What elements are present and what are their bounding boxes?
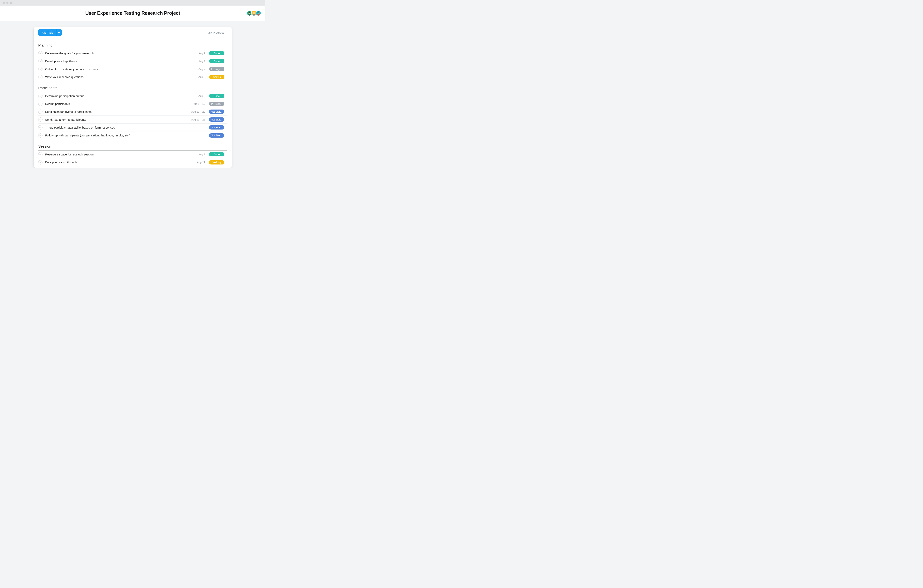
traffic-light-close[interactable] [3,2,5,4]
task-due-date[interactable]: Aug 2 [190,60,209,63]
task-row[interactable]: Follow-up with participants (compensatio… [38,131,227,139]
task-row[interactable]: Recruit participantsAug 5 – 19In Progr… [38,100,227,108]
checkmark-icon [39,95,41,97]
task-status-badge[interactable]: In Progr… [209,102,224,106]
task-status-badge[interactable]: Not Star… [209,117,224,122]
task-due-date[interactable]: Aug 7 [190,68,209,70]
task-status-badge[interactable]: Waiting [209,75,224,79]
task-row[interactable]: Outline the questions you hope to answer… [38,65,227,73]
section-title[interactable]: Participants [38,86,227,92]
section: ParticipantsDetermine participation crit… [34,81,232,139]
task-row[interactable]: Send Asana form to participantsAug 19 – … [38,116,227,124]
checkmark-icon [39,161,41,163]
task-row[interactable]: Send calendar invites to participantsAug… [38,108,227,116]
checkmark-icon [39,154,41,155]
task-title[interactable]: Follow-up with participants (compensatio… [45,134,190,137]
task-status-badge[interactable]: Done [209,51,224,55]
task-complete-checkbox[interactable] [38,160,43,164]
task-due-date[interactable]: Aug 19 – 23 [190,110,209,113]
section-title[interactable]: Session [38,144,227,151]
task-complete-checkbox[interactable] [38,59,43,63]
task-complete-checkbox[interactable] [38,51,43,55]
add-task-dropdown-button[interactable] [56,29,62,36]
task-row[interactable]: Reserve a space for research sessionAug … [38,151,227,158]
task-title[interactable]: Send Asana form to participants [45,118,190,121]
traffic-light-min[interactable] [7,2,8,4]
task-complete-checkbox[interactable] [38,117,43,122]
task-row[interactable]: Triage participant availability based on… [38,124,227,131]
task-title[interactable]: Reserve a space for research session [45,153,190,156]
task-list-card: Add Task Task Progress PlanningDetermine… [34,27,232,168]
task-title[interactable]: Triage participant availability based on… [45,126,190,129]
content-area: Add Task Task Progress PlanningDetermine… [0,21,265,168]
task-title[interactable]: Write your research questions [45,75,190,79]
task-complete-checkbox[interactable] [38,125,43,129]
task-row[interactable]: Develop your hypothesisAug 2Done [38,57,227,65]
checkmark-icon [39,127,41,128]
task-title[interactable]: Develop your hypothesis [45,60,190,63]
checkmark-icon [39,111,41,113]
checkmark-icon [39,52,41,54]
task-title[interactable]: Determine participation criteria [45,94,190,98]
add-task-button-group: Add Task [38,29,62,36]
checkmark-icon [39,103,41,105]
task-title[interactable]: Recruit participants [45,102,190,105]
task-complete-checkbox[interactable] [38,75,43,79]
task-due-date[interactable]: Aug 9 [190,75,209,79]
task-status-badge[interactable]: Not Star… [209,133,224,138]
chevron-down-icon [58,32,60,33]
task-title[interactable]: Outline the questions you hope to answer [45,67,190,71]
checkmark-icon [39,134,41,136]
task-due-date[interactable]: Aug 21 [190,161,209,164]
task-row[interactable]: Determine participation criteriaAug 5Don… [38,92,227,100]
task-due-date[interactable]: Aug 9 [190,153,209,156]
task-status-badge[interactable]: Not Star… [209,125,224,129]
task-complete-checkbox[interactable] [38,133,43,138]
section: SessionReserve a space for research sess… [34,139,232,166]
task-status-badge[interactable]: Waiting [209,160,224,164]
task-status-badge[interactable]: Done [209,94,224,98]
card-toolbar: Add Task Task Progress [34,27,232,38]
window-titlebar [0,0,265,6]
task-due-date[interactable]: Aug 2 [190,52,209,55]
traffic-light-max[interactable] [10,2,12,4]
task-row[interactable]: Write your research questionsAug 9Waitin… [38,73,227,81]
task-complete-checkbox[interactable] [38,94,43,98]
task-due-date[interactable]: Aug 5 [190,95,209,97]
checkmark-icon [39,119,41,121]
task-complete-checkbox[interactable] [38,67,43,71]
task-status-badge[interactable]: Done [209,59,224,63]
task-complete-checkbox[interactable] [38,110,43,114]
task-title[interactable]: Send calendar invites to participants [45,110,190,113]
task-title[interactable]: Determine the goals for your research [45,52,190,55]
section: PlanningDetermine the goals for your res… [34,38,232,81]
task-due-date[interactable]: Aug 19 – 23 [190,118,209,121]
task-status-badge[interactable]: Not Star… [209,110,224,114]
task-row[interactable]: Determine the goals for your researchAug… [38,49,227,57]
task-complete-checkbox[interactable] [38,152,43,156]
task-status-badge[interactable]: In Progr… [209,67,224,71]
avatar[interactable] [256,10,261,16]
members-avatar-stack[interactable] [247,10,261,16]
checkmark-icon [39,68,41,70]
checkmark-icon [39,76,41,78]
task-complete-checkbox[interactable] [38,102,43,106]
checkmark-icon [39,61,41,62]
add-task-button[interactable]: Add Task [38,29,56,36]
page-title: User Experience Testing Research Project [85,10,180,16]
task-progress-column-label: Task Progress [206,31,224,34]
task-row[interactable]: Do a practice runthroughAug 21Waiting [38,158,227,166]
task-due-date[interactable]: Aug 5 – 19 [190,102,209,105]
page-header: User Experience Testing Research Project [0,6,265,21]
task-status-badge[interactable]: Done [209,152,224,156]
task-title[interactable]: Do a practice runthrough [45,161,190,164]
section-title[interactable]: Planning [38,43,227,49]
